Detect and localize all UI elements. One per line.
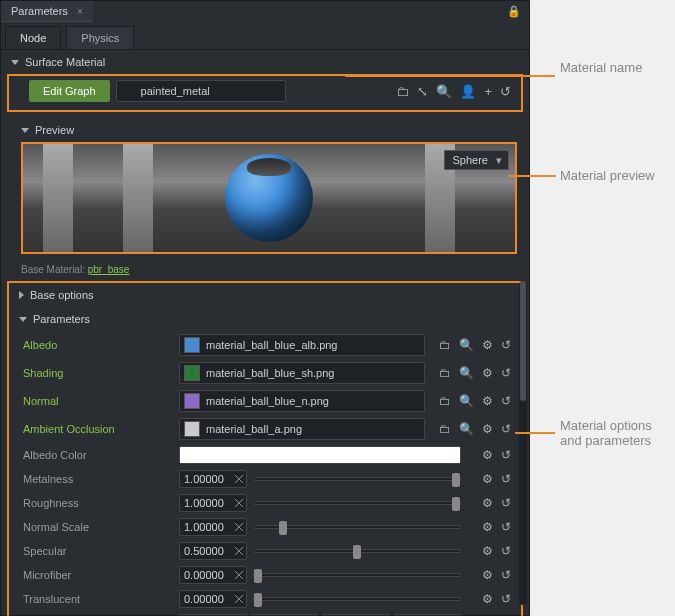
reset-icon[interactable]: ↺ bbox=[501, 394, 511, 408]
panel-tab-parameters[interactable]: Parameters × bbox=[1, 1, 93, 22]
tab-node[interactable]: Node bbox=[5, 26, 61, 49]
param-normal-scale: Normal Scale 1.00000 ⚙↺ bbox=[9, 515, 521, 539]
roughness-slider[interactable] bbox=[253, 501, 461, 505]
reset-icon[interactable]: ↺ bbox=[501, 544, 511, 558]
scrollbar-thumb[interactable] bbox=[520, 281, 526, 401]
section-preview[interactable]: Preview bbox=[21, 118, 517, 142]
material-preview[interactable]: Sphere bbox=[21, 142, 517, 254]
panel-title: Parameters bbox=[11, 5, 68, 17]
base-material-link[interactable]: pbr_base bbox=[88, 264, 130, 275]
search-icon[interactable]: 🔍 bbox=[436, 84, 452, 99]
folder-icon[interactable]: 🗀 bbox=[439, 366, 451, 380]
shading-texture-field[interactable]: material_ball_blue_sh.png bbox=[179, 362, 425, 384]
tab-physics[interactable]: Physics bbox=[66, 26, 134, 49]
shading-swatch bbox=[184, 365, 200, 381]
options-box: Base options Parameters Albedo material_… bbox=[7, 281, 523, 616]
folder-icon[interactable]: 🗀 bbox=[439, 394, 451, 408]
albedo-swatch bbox=[184, 337, 200, 353]
gear-icon[interactable]: ⚙ bbox=[482, 520, 493, 534]
gear-icon[interactable]: ⚙ bbox=[482, 544, 493, 558]
param-albedo: Albedo material_ball_blue_alb.png 🗀🔍⚙↺ bbox=[9, 331, 521, 359]
roughness-input[interactable]: 1.00000 bbox=[179, 494, 247, 512]
metalness-slider[interactable] bbox=[253, 477, 461, 481]
specular-slider[interactable] bbox=[253, 549, 461, 553]
reset-icon[interactable]: ↺ bbox=[501, 366, 511, 380]
lock-icon[interactable]: 🔒 bbox=[507, 5, 521, 18]
search-icon[interactable]: 🔍 bbox=[459, 394, 474, 408]
chevron-down-icon bbox=[11, 60, 19, 65]
section-surface-material[interactable]: Surface Material bbox=[1, 50, 529, 74]
material-name-input[interactable] bbox=[116, 80, 286, 102]
parameters-panel: Parameters × 🔒 Node Physics Surface Mate… bbox=[0, 0, 530, 616]
preview-pillar bbox=[43, 144, 73, 252]
normal-texture-field[interactable]: material_ball_blue_n.png bbox=[179, 390, 425, 412]
preview-shape-select[interactable]: Sphere bbox=[444, 150, 509, 170]
param-albedo-color: Albedo Color ⚙↺ bbox=[9, 443, 521, 467]
metalness-input[interactable]: 1.00000 bbox=[179, 470, 247, 488]
normal-scale-slider[interactable] bbox=[253, 525, 461, 529]
section-parameters[interactable]: Parameters bbox=[9, 307, 521, 331]
translucent-input[interactable]: 0.00000 bbox=[179, 590, 247, 608]
folder-icon[interactable]: 🗀 bbox=[439, 338, 451, 352]
close-icon[interactable]: × bbox=[77, 6, 83, 17]
albedo-color-field[interactable] bbox=[179, 446, 461, 464]
gear-icon[interactable]: ⚙ bbox=[482, 592, 493, 606]
gear-icon[interactable]: ⚙ bbox=[482, 496, 493, 510]
section-base-options[interactable]: Base options bbox=[9, 283, 521, 307]
chevron-down-icon bbox=[19, 317, 27, 322]
param-translucent: Translucent 0.00000 ⚙↺ bbox=[9, 587, 521, 611]
search-icon[interactable]: 🔍 bbox=[459, 338, 474, 352]
albedo-texture-field[interactable]: material_ball_blue_alb.png bbox=[179, 334, 425, 356]
gear-icon[interactable]: ⚙ bbox=[482, 394, 493, 408]
gear-icon[interactable]: ⚙ bbox=[482, 472, 493, 486]
person-icon[interactable]: 👤 bbox=[460, 84, 476, 99]
scrollbar[interactable] bbox=[519, 281, 527, 605]
preview-section: Preview Sphere bbox=[21, 118, 517, 254]
normal-swatch bbox=[184, 393, 200, 409]
folder-icon[interactable]: 🗀 bbox=[396, 84, 409, 99]
gear-icon[interactable]: ⚙ bbox=[482, 448, 493, 462]
expand-icon[interactable]: ⤡ bbox=[417, 84, 428, 99]
reset-icon[interactable]: ↺ bbox=[501, 422, 511, 436]
reset-icon[interactable]: ↺ bbox=[501, 472, 511, 486]
folder-icon[interactable]: 🗀 bbox=[439, 422, 451, 436]
subtabs: Node Physics bbox=[1, 22, 529, 50]
preview-sphere bbox=[225, 154, 313, 242]
ao-texture-field[interactable]: material_ball_a.png bbox=[179, 418, 425, 440]
param-uv-transform: Uv Transform 1.00000 1.00000 0.00000 0.0… bbox=[9, 611, 521, 616]
reset-icon[interactable]: ↺ bbox=[501, 520, 511, 534]
microfiber-slider[interactable] bbox=[253, 573, 461, 577]
annot-line bbox=[345, 75, 555, 77]
annot-line bbox=[515, 432, 555, 434]
search-icon[interactable]: 🔍 bbox=[459, 366, 474, 380]
gear-icon[interactable]: ⚙ bbox=[482, 568, 493, 582]
reset-icon[interactable]: ↺ bbox=[500, 84, 511, 99]
gear-icon[interactable]: ⚙ bbox=[482, 422, 493, 436]
microfiber-input[interactable]: 0.00000 bbox=[179, 566, 247, 584]
chevron-right-icon bbox=[19, 291, 24, 299]
param-roughness: Roughness 1.00000 ⚙↺ bbox=[9, 491, 521, 515]
reset-icon[interactable]: ↺ bbox=[501, 338, 511, 352]
search-icon[interactable]: 🔍 bbox=[459, 422, 474, 436]
reset-icon[interactable]: ↺ bbox=[501, 592, 511, 606]
edit-graph-button[interactable]: Edit Graph bbox=[29, 80, 110, 102]
material-name-row: Edit Graph 🗀 ⤡ 🔍 👤 + ↺ bbox=[7, 74, 523, 112]
material-tool-icons: 🗀 ⤡ 🔍 👤 + ↺ bbox=[396, 84, 511, 99]
base-material-row: Base Material: pbr_base bbox=[1, 258, 529, 281]
annot-line bbox=[508, 175, 556, 177]
chevron-down-icon bbox=[21, 128, 29, 133]
plus-icon[interactable]: + bbox=[484, 84, 492, 99]
annot-material-name: Material name bbox=[560, 60, 642, 75]
translucent-slider[interactable] bbox=[253, 597, 461, 601]
gear-icon[interactable]: ⚙ bbox=[482, 338, 493, 352]
param-ao: Ambient Occlusion material_ball_a.png 🗀🔍… bbox=[9, 415, 521, 443]
reset-icon[interactable]: ↺ bbox=[501, 448, 511, 462]
ao-swatch bbox=[184, 421, 200, 437]
reset-icon[interactable]: ↺ bbox=[501, 496, 511, 510]
normal-scale-input[interactable]: 1.00000 bbox=[179, 518, 247, 536]
gear-icon[interactable]: ⚙ bbox=[482, 366, 493, 380]
param-normal: Normal material_ball_blue_n.png 🗀🔍⚙↺ bbox=[9, 387, 521, 415]
specular-input[interactable]: 0.50000 bbox=[179, 542, 247, 560]
reset-icon[interactable]: ↺ bbox=[501, 568, 511, 582]
param-microfiber: Microfiber 0.00000 ⚙↺ bbox=[9, 563, 521, 587]
